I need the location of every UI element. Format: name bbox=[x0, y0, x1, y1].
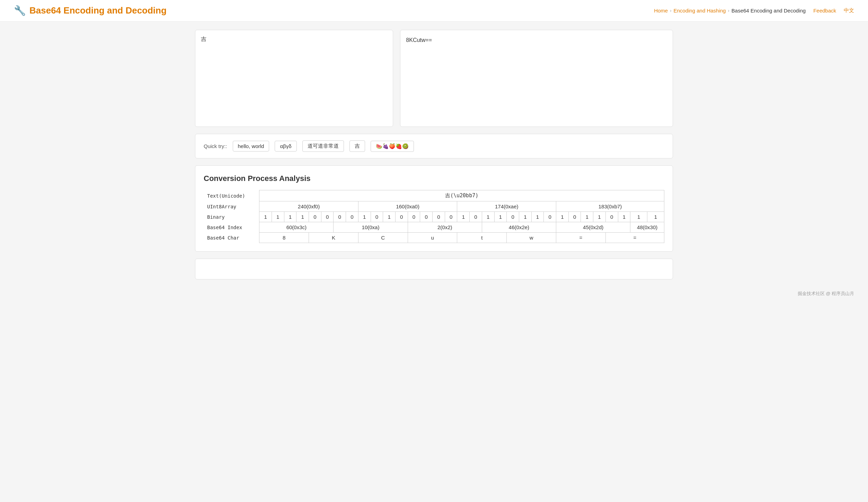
input-panel bbox=[195, 30, 393, 127]
bin-1: 1 bbox=[272, 212, 284, 222]
table-row-b64index: Base64 Index 60(0x3c) 10(0xa) 2(0x2) 46(… bbox=[204, 222, 664, 233]
nav-lang[interactable]: 中文 bbox=[844, 7, 854, 14]
bin-18: 1 bbox=[482, 212, 494, 222]
analysis-panel: Conversion Process Analysis Text(Unicode… bbox=[195, 165, 673, 252]
analysis-title: Conversion Process Analysis bbox=[204, 174, 664, 183]
bin-11: 0 bbox=[395, 212, 408, 222]
bin-8: 1 bbox=[358, 212, 371, 222]
unicode-label: Text(Unicode) bbox=[204, 190, 259, 201]
logo-icon: 🔧 bbox=[14, 5, 26, 16]
b64idx-2: 2(0x2) bbox=[408, 222, 482, 233]
unicode-value: 吉(\u20bb7) bbox=[259, 190, 664, 201]
footer-text: 掘金技术社区 @ 程序员山月 bbox=[798, 291, 854, 296]
bin-15: 0 bbox=[445, 212, 457, 222]
table-row-unicode: Text(Unicode) 吉(\u20bb7) bbox=[204, 190, 664, 201]
uint8-1: 160(0xa0) bbox=[358, 201, 457, 212]
nav-area: Home › Encoding and Hashing › Base64 Enc… bbox=[654, 7, 854, 14]
bin-4: 0 bbox=[309, 212, 321, 222]
b64char-3: u bbox=[408, 233, 457, 243]
header: 🔧 Base64 Encoding and Decoding Home › En… bbox=[0, 0, 868, 21]
uint8-2: 174(0xae) bbox=[457, 201, 556, 212]
bin-0: 1 bbox=[259, 212, 272, 222]
bin-7: 0 bbox=[346, 212, 358, 222]
bin-3: 1 bbox=[296, 212, 309, 222]
nav-home[interactable]: Home bbox=[654, 8, 668, 14]
table-row-uint8: UInt8Array 240(0xf0) 160(0xa0) 174(0xae)… bbox=[204, 201, 664, 212]
table-row-binary: Binary 1 1 1 1 0 0 0 0 1 0 1 0 0 0 0 0 1… bbox=[204, 212, 664, 222]
quick-try-ji[interactable]: 吉 bbox=[349, 140, 365, 152]
conversion-table: Text(Unicode) 吉(\u20bb7) UInt8Array 240(… bbox=[204, 190, 664, 243]
quick-try-emoji[interactable]: 🍉🍇🍑🍓🥝 bbox=[371, 141, 414, 152]
b64idx-4: 45(0x2d) bbox=[556, 222, 630, 233]
bin-27: 1 bbox=[593, 212, 606, 222]
b64char-1: K bbox=[309, 233, 358, 243]
quick-try-chinese[interactable]: 道可道非常道 bbox=[302, 140, 344, 152]
b64char-0: 8 bbox=[259, 233, 309, 243]
b64idx-1: 10(0xa) bbox=[334, 222, 408, 233]
quick-try-hello[interactable]: hello, world bbox=[233, 141, 269, 152]
bin-2: 1 bbox=[284, 212, 296, 222]
bin-24: 1 bbox=[556, 212, 569, 222]
b64char-label: Base64 Char bbox=[204, 233, 259, 243]
quick-try-bar: Quick try:: hello, world αβγδ 道可道非常道 吉 🍉… bbox=[195, 134, 673, 158]
bin-28: 0 bbox=[605, 212, 618, 222]
bin-26: 1 bbox=[581, 212, 593, 222]
bin-14: 0 bbox=[433, 212, 445, 222]
binary-label: Binary bbox=[204, 212, 259, 222]
bin-13: 0 bbox=[420, 212, 433, 222]
bin-21: 1 bbox=[519, 212, 531, 222]
quick-try-greek[interactable]: αβγδ bbox=[275, 141, 296, 152]
nav-encoding-hashing[interactable]: Encoding and Hashing bbox=[673, 8, 726, 14]
input-textarea[interactable] bbox=[201, 36, 387, 119]
bottom-panel bbox=[195, 259, 673, 279]
uint8-label: UInt8Array bbox=[204, 201, 259, 212]
bin-17: 0 bbox=[470, 212, 482, 222]
uint8-3: 183(0xb7) bbox=[556, 201, 664, 212]
nav-feedback[interactable]: Feedback bbox=[813, 8, 836, 14]
footer: 掘金技术社区 @ 程序员山月 bbox=[0, 288, 868, 300]
bin-12: 0 bbox=[408, 212, 420, 222]
main-content: 8KCutw== Quick try:: hello, world αβγδ 道… bbox=[181, 21, 687, 288]
bin-25: 0 bbox=[568, 212, 581, 222]
b64char-2: C bbox=[358, 233, 408, 243]
b64char-6: = bbox=[556, 233, 606, 243]
nav-current: Base64 Encoding and Decoding bbox=[732, 8, 806, 14]
logo-area: 🔧 Base64 Encoding and Decoding bbox=[14, 5, 167, 16]
b64idx-5: 48(0x30) bbox=[630, 222, 664, 233]
site-title: Base64 Encoding and Decoding bbox=[29, 5, 167, 16]
b64char-5: w bbox=[507, 233, 556, 243]
nav-sep-2: › bbox=[728, 8, 729, 13]
editor-panels: 8KCutw== bbox=[195, 30, 673, 127]
b64index-label: Base64 Index bbox=[204, 222, 259, 233]
bin-19: 1 bbox=[494, 212, 507, 222]
bin-9: 0 bbox=[371, 212, 383, 222]
bin-20: 0 bbox=[507, 212, 519, 222]
bin-22: 1 bbox=[531, 212, 544, 222]
bin-6: 0 bbox=[334, 212, 346, 222]
bin-29: 1 bbox=[618, 212, 630, 222]
table-row-b64char: Base64 Char 8 K C u t w = = bbox=[204, 233, 664, 243]
b64char-7: = bbox=[605, 233, 664, 243]
bin-5: 0 bbox=[321, 212, 334, 222]
output-text: 8KCutw== bbox=[406, 36, 667, 45]
nav-sep-1: › bbox=[670, 8, 671, 13]
output-panel: 8KCutw== bbox=[400, 30, 673, 127]
bin-10: 1 bbox=[383, 212, 396, 222]
b64idx-0: 60(0x3c) bbox=[259, 222, 334, 233]
b64idx-3: 46(0x2e) bbox=[482, 222, 556, 233]
quick-try-label: Quick try:: bbox=[204, 143, 227, 149]
bin-30: 1 bbox=[630, 212, 647, 222]
bin-16: 1 bbox=[457, 212, 470, 222]
bin-31: 1 bbox=[647, 212, 664, 222]
b64char-4: t bbox=[457, 233, 507, 243]
uint8-0: 240(0xf0) bbox=[259, 201, 358, 212]
bin-23: 0 bbox=[544, 212, 556, 222]
